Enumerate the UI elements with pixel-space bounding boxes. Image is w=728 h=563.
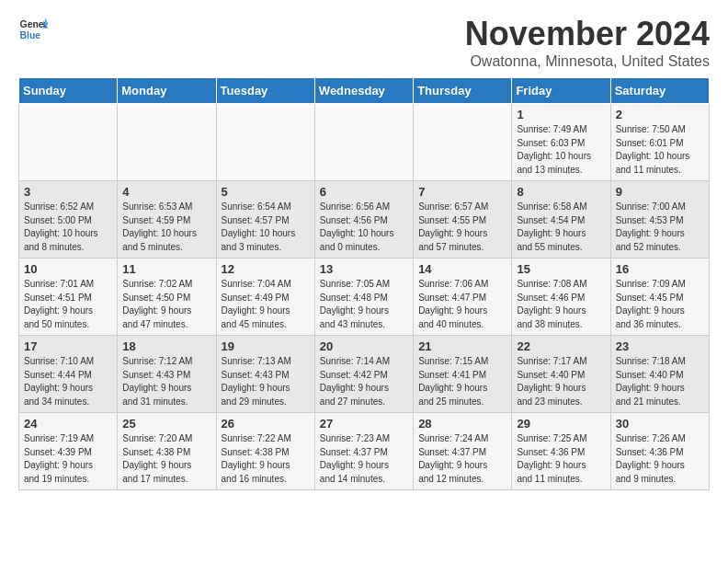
day-number: 24 — [24, 417, 112, 431]
day-info: Sunrise: 7:09 AM Sunset: 4:45 PM Dayligh… — [616, 279, 686, 329]
day-info: Sunrise: 7:01 AM Sunset: 4:51 PM Dayligh… — [24, 279, 94, 329]
week-row-2: 10Sunrise: 7:01 AM Sunset: 4:51 PM Dayli… — [19, 259, 710, 336]
day-number: 25 — [122, 417, 210, 431]
calendar-cell: 25Sunrise: 7:20 AM Sunset: 4:38 PM Dayli… — [118, 413, 216, 490]
month-title: November 2024 — [465, 15, 710, 53]
day-info: Sunrise: 7:04 AM Sunset: 4:49 PM Dayligh… — [222, 279, 291, 329]
day-number: 11 — [122, 262, 210, 276]
day-number: 4 — [122, 185, 210, 199]
day-number: 29 — [517, 417, 605, 431]
day-info: Sunrise: 7:20 AM Sunset: 4:38 PM Dayligh… — [122, 433, 192, 484]
day-number: 26 — [222, 417, 310, 431]
day-info: Sunrise: 7:08 AM Sunset: 4:46 PM Dayligh… — [517, 279, 586, 329]
day-info: Sunrise: 7:10 AM Sunset: 4:44 PM Dayligh… — [24, 356, 94, 407]
day-info: Sunrise: 7:23 AM Sunset: 4:37 PM Dayligh… — [320, 433, 390, 484]
calendar-cell — [19, 104, 118, 181]
calendar-cell: 12Sunrise: 7:04 AM Sunset: 4:49 PM Dayli… — [216, 259, 314, 336]
day-info: Sunrise: 7:24 AM Sunset: 4:37 PM Dayligh… — [418, 433, 488, 484]
day-number: 28 — [418, 417, 506, 431]
day-number: 19 — [222, 339, 310, 353]
day-number: 22 — [517, 339, 605, 353]
day-info: Sunrise: 6:57 AM Sunset: 4:55 PM Dayligh… — [418, 201, 488, 252]
calendar-cell: 16Sunrise: 7:09 AM Sunset: 4:45 PM Dayli… — [610, 259, 709, 336]
weekday-header-friday: Friday — [512, 78, 610, 104]
day-info: Sunrise: 6:54 AM Sunset: 4:57 PM Dayligh… — [222, 201, 296, 252]
day-info: Sunrise: 6:56 AM Sunset: 4:56 PM Dayligh… — [320, 201, 394, 252]
calendar-cell: 14Sunrise: 7:06 AM Sunset: 4:47 PM Dayli… — [414, 259, 512, 336]
day-info: Sunrise: 7:02 AM Sunset: 4:50 PM Dayligh… — [122, 279, 192, 329]
day-info: Sunrise: 7:18 AM Sunset: 4:40 PM Dayligh… — [616, 356, 686, 407]
calendar-cell: 29Sunrise: 7:25 AM Sunset: 4:36 PM Dayli… — [512, 413, 610, 490]
calendar-cell: 19Sunrise: 7:13 AM Sunset: 4:43 PM Dayli… — [216, 336, 314, 413]
day-info: Sunrise: 7:25 AM Sunset: 4:36 PM Dayligh… — [517, 433, 586, 484]
day-number: 23 — [616, 339, 704, 353]
calendar-cell: 30Sunrise: 7:26 AM Sunset: 4:36 PM Dayli… — [610, 413, 709, 490]
calendar-table: SundayMondayTuesdayWednesdayThursdayFrid… — [18, 77, 710, 490]
day-number: 18 — [122, 339, 210, 353]
day-info: Sunrise: 7:22 AM Sunset: 4:38 PM Dayligh… — [222, 433, 291, 484]
calendar-cell — [118, 104, 216, 181]
calendar-cell — [216, 104, 314, 181]
logo-icon: General Blue — [18, 15, 48, 44]
day-number: 20 — [320, 339, 408, 353]
weekday-header-monday: Monday — [118, 78, 216, 104]
day-info: Sunrise: 6:52 AM Sunset: 5:00 PM Dayligh… — [24, 201, 98, 252]
day-number: 30 — [616, 417, 704, 431]
day-number: 6 — [320, 185, 408, 199]
day-info: Sunrise: 7:26 AM Sunset: 4:36 PM Dayligh… — [616, 433, 686, 484]
day-info: Sunrise: 7:49 AM Sunset: 6:03 PM Dayligh… — [517, 124, 591, 175]
day-number: 27 — [320, 417, 408, 431]
calendar-cell: 26Sunrise: 7:22 AM Sunset: 4:38 PM Dayli… — [216, 413, 314, 490]
calendar-cell: 8Sunrise: 6:58 AM Sunset: 4:54 PM Daylig… — [512, 181, 610, 259]
calendar-cell: 17Sunrise: 7:10 AM Sunset: 4:44 PM Dayli… — [19, 336, 118, 413]
week-row-1: 3Sunrise: 6:52 AM Sunset: 5:00 PM Daylig… — [19, 181, 710, 259]
week-row-4: 24Sunrise: 7:19 AM Sunset: 4:39 PM Dayli… — [19, 413, 710, 490]
day-number: 14 — [418, 262, 506, 276]
calendar-cell — [414, 104, 512, 181]
day-number: 16 — [616, 262, 704, 276]
day-info: Sunrise: 7:13 AM Sunset: 4:43 PM Dayligh… — [222, 356, 291, 407]
day-number: 13 — [320, 262, 408, 276]
calendar-cell: 1Sunrise: 7:49 AM Sunset: 6:03 PM Daylig… — [512, 104, 610, 181]
day-number: 15 — [517, 262, 605, 276]
weekday-header-row: SundayMondayTuesdayWednesdayThursdayFrid… — [19, 78, 710, 104]
calendar-cell: 24Sunrise: 7:19 AM Sunset: 4:39 PM Dayli… — [19, 413, 118, 490]
weekday-header-tuesday: Tuesday — [216, 78, 314, 104]
calendar-cell: 3Sunrise: 6:52 AM Sunset: 5:00 PM Daylig… — [19, 181, 118, 259]
calendar-cell: 20Sunrise: 7:14 AM Sunset: 4:42 PM Dayli… — [314, 336, 413, 413]
calendar-cell: 9Sunrise: 7:00 AM Sunset: 4:53 PM Daylig… — [610, 181, 709, 259]
calendar-cell: 27Sunrise: 7:23 AM Sunset: 4:37 PM Dayli… — [314, 413, 413, 490]
calendar-cell: 11Sunrise: 7:02 AM Sunset: 4:50 PM Dayli… — [118, 259, 216, 336]
calendar-cell: 22Sunrise: 7:17 AM Sunset: 4:40 PM Dayli… — [512, 336, 610, 413]
day-info: Sunrise: 6:58 AM Sunset: 4:54 PM Dayligh… — [517, 201, 586, 252]
week-row-3: 17Sunrise: 7:10 AM Sunset: 4:44 PM Dayli… — [19, 336, 710, 413]
day-number: 2 — [616, 108, 704, 121]
calendar-cell: 6Sunrise: 6:56 AM Sunset: 4:56 PM Daylig… — [314, 181, 413, 259]
day-number: 12 — [222, 262, 310, 276]
day-info: Sunrise: 7:17 AM Sunset: 4:40 PM Dayligh… — [517, 356, 586, 407]
svg-text:Blue: Blue — [20, 30, 41, 40]
weekday-header-wednesday: Wednesday — [314, 78, 413, 104]
weekday-header-sunday: Sunday — [19, 78, 118, 104]
day-info: Sunrise: 7:00 AM Sunset: 4:53 PM Dayligh… — [616, 201, 686, 252]
calendar-cell — [314, 104, 413, 181]
calendar-cell: 10Sunrise: 7:01 AM Sunset: 4:51 PM Dayli… — [19, 259, 118, 336]
day-number: 17 — [24, 339, 112, 353]
calendar-cell: 18Sunrise: 7:12 AM Sunset: 4:43 PM Dayli… — [118, 336, 216, 413]
day-info: Sunrise: 7:50 AM Sunset: 6:01 PM Dayligh… — [616, 124, 690, 175]
day-info: Sunrise: 7:19 AM Sunset: 4:39 PM Dayligh… — [24, 433, 94, 484]
title-area: November 2024 Owatonna, Minnesota, Unite… — [465, 15, 710, 70]
calendar-cell: 23Sunrise: 7:18 AM Sunset: 4:40 PM Dayli… — [610, 336, 709, 413]
day-number: 9 — [616, 185, 704, 199]
page-header: General Blue November 2024 Owatonna, Min… — [18, 15, 710, 70]
week-row-0: 1Sunrise: 7:49 AM Sunset: 6:03 PM Daylig… — [19, 104, 710, 181]
day-info: Sunrise: 7:06 AM Sunset: 4:47 PM Dayligh… — [418, 279, 488, 329]
day-number: 21 — [418, 339, 506, 353]
day-info: Sunrise: 7:05 AM Sunset: 4:48 PM Dayligh… — [320, 279, 390, 329]
day-info: Sunrise: 7:12 AM Sunset: 4:43 PM Dayligh… — [122, 356, 192, 407]
calendar-cell: 5Sunrise: 6:54 AM Sunset: 4:57 PM Daylig… — [216, 181, 314, 259]
calendar-cell: 2Sunrise: 7:50 AM Sunset: 6:01 PM Daylig… — [610, 104, 709, 181]
calendar-cell: 4Sunrise: 6:53 AM Sunset: 4:59 PM Daylig… — [118, 181, 216, 259]
calendar-cell: 13Sunrise: 7:05 AM Sunset: 4:48 PM Dayli… — [314, 259, 413, 336]
calendar-cell: 28Sunrise: 7:24 AM Sunset: 4:37 PM Dayli… — [414, 413, 512, 490]
